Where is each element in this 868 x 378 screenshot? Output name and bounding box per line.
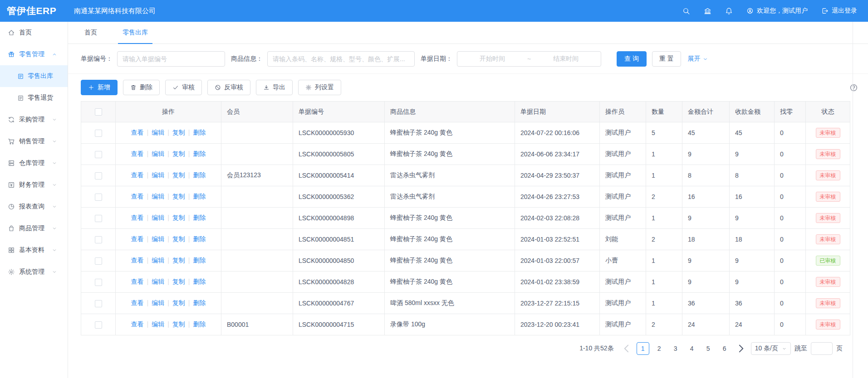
- action-delete-link[interactable]: 删除: [193, 150, 206, 157]
- action-delete-link[interactable]: 删除: [193, 257, 206, 264]
- action-copy-link[interactable]: 复制: [172, 150, 185, 157]
- action-view-link[interactable]: 查看: [131, 257, 144, 264]
- action-view-link[interactable]: 查看: [131, 235, 144, 242]
- action-view-link[interactable]: 查看: [131, 171, 144, 179]
- amount-cell: 36: [682, 293, 730, 314]
- action-delete-link[interactable]: 删除: [193, 171, 206, 179]
- chevron-up-icon: [52, 52, 57, 57]
- jump-page-input[interactable]: [811, 342, 833, 355]
- action-edit-link[interactable]: 编辑: [152, 299, 164, 306]
- action-copy-link[interactable]: 复制: [172, 278, 185, 285]
- pagination-next[interactable]: [735, 342, 747, 355]
- action-copy-link[interactable]: 复制: [172, 299, 185, 306]
- columns-button[interactable]: 列设置: [298, 80, 341, 95]
- sidebar-item-home[interactable]: 首页: [0, 22, 68, 44]
- row-checkbox[interactable]: [95, 257, 102, 265]
- action-edit-link[interactable]: 编辑: [152, 129, 164, 136]
- action-view-link[interactable]: 查看: [131, 150, 144, 157]
- action-edit-link[interactable]: 编辑: [152, 171, 164, 179]
- action-copy-link[interactable]: 复制: [172, 171, 185, 179]
- row-checkbox[interactable]: [95, 236, 102, 243]
- action-view-link[interactable]: 查看: [131, 320, 144, 328]
- logout-button[interactable]: 退出登录: [821, 7, 857, 15]
- question-circle-icon[interactable]: [849, 83, 858, 92]
- sidebar-item-basic[interactable]: 基本资料: [0, 239, 68, 261]
- action-view-link[interactable]: 查看: [131, 278, 144, 285]
- pagination-page-1[interactable]: 1: [637, 342, 649, 355]
- action-delete-link[interactable]: 删除: [193, 129, 206, 136]
- action-copy-link[interactable]: 复制: [172, 129, 185, 136]
- main-area: 首页零售出库 单据编号： 商品信息： 单据日期： 开始时间 ~ 结束时间 查 询…: [68, 22, 868, 378]
- audit-button[interactable]: 审核: [165, 80, 202, 95]
- sidebar-item-warehouse[interactable]: 仓库管理: [0, 152, 68, 174]
- pagination-prev[interactable]: [620, 342, 633, 355]
- unaudit-button[interactable]: 反审核: [207, 80, 250, 95]
- action-copy-link[interactable]: 复制: [172, 257, 185, 264]
- action-edit-link[interactable]: 编辑: [152, 257, 164, 264]
- action-delete-link[interactable]: 删除: [193, 299, 206, 306]
- bank-icon[interactable]: [704, 7, 711, 15]
- pagination-page-2[interactable]: 2: [653, 342, 666, 355]
- tab-retail-out[interactable]: 零售出库: [118, 22, 152, 44]
- row-checkbox[interactable]: [95, 215, 102, 222]
- sidebar-subitem-retail-out[interactable]: 零售出库: [0, 65, 68, 87]
- action-edit-link[interactable]: 编辑: [152, 235, 164, 242]
- select-all-checkbox[interactable]: [95, 108, 102, 116]
- action-edit-link[interactable]: 编辑: [152, 320, 164, 328]
- date-range-picker[interactable]: 开始时间 ~ 结束时间: [457, 51, 601, 67]
- action-edit-link[interactable]: 编辑: [152, 150, 164, 157]
- action-delete-link[interactable]: 删除: [193, 235, 206, 242]
- pagination-page-3[interactable]: 3: [669, 342, 682, 355]
- action-copy-link[interactable]: 复制: [172, 320, 185, 328]
- action-edit-link[interactable]: 编辑: [152, 278, 164, 285]
- row-checkbox[interactable]: [95, 151, 102, 158]
- sidebar-item-retail[interactable]: 零售管理: [0, 44, 68, 65]
- sidebar-item-system[interactable]: 系统管理: [0, 261, 68, 283]
- action-edit-link[interactable]: 编辑: [152, 193, 164, 200]
- bill-no-cell: LSCK00000004898: [293, 208, 385, 229]
- row-checkbox[interactable]: [95, 194, 102, 201]
- sidebar-item-sales[interactable]: 销售管理: [0, 131, 68, 152]
- delete-button[interactable]: 删除: [123, 80, 160, 95]
- search-button[interactable]: 查 询: [617, 51, 647, 67]
- reset-button[interactable]: 重 置: [652, 51, 681, 67]
- product-info-input[interactable]: [267, 51, 415, 67]
- export-button[interactable]: 导出: [256, 80, 293, 95]
- sidebar-item-finance[interactable]: 财务管理: [0, 174, 68, 196]
- action-view-link[interactable]: 查看: [131, 193, 144, 200]
- row-checkbox-cell: [81, 122, 116, 144]
- sidebar-item-goods[interactable]: 商品管理: [0, 218, 68, 239]
- row-checkbox[interactable]: [95, 300, 102, 307]
- action-delete-link[interactable]: 删除: [193, 193, 206, 200]
- sidebar-item-report[interactable]: 报表查询: [0, 196, 68, 218]
- pagination-page-5[interactable]: 5: [702, 342, 715, 355]
- sidebar-subitem-retail-return[interactable]: 零售退货: [0, 87, 68, 109]
- add-button[interactable]: 新增: [81, 80, 118, 95]
- bill-no-input[interactable]: [117, 51, 225, 67]
- bell-icon[interactable]: [725, 7, 733, 15]
- pagination-total: 1-10 共52条: [579, 344, 613, 353]
- search-icon[interactable]: [682, 7, 690, 15]
- action-delete-link[interactable]: 删除: [193, 320, 206, 328]
- row-checkbox[interactable]: [95, 172, 102, 179]
- tab-home[interactable]: 首页: [80, 22, 102, 44]
- expand-link[interactable]: 展开: [688, 55, 708, 63]
- action-copy-link[interactable]: 复制: [172, 235, 185, 242]
- row-checkbox[interactable]: [95, 130, 102, 137]
- pagination-page-4[interactable]: 4: [686, 342, 698, 355]
- row-checkbox[interactable]: [95, 321, 102, 329]
- row-checkbox[interactable]: [95, 279, 102, 286]
- action-delete-link[interactable]: 删除: [193, 214, 206, 221]
- action-separator: |: [167, 278, 169, 285]
- action-view-link[interactable]: 查看: [131, 214, 144, 221]
- pagination-page-6[interactable]: 6: [718, 342, 731, 355]
- action-view-link[interactable]: 查看: [131, 299, 144, 306]
- action-copy-link[interactable]: 复制: [172, 193, 185, 200]
- action-edit-link[interactable]: 编辑: [152, 214, 164, 221]
- action-delete-link[interactable]: 删除: [193, 278, 206, 285]
- welcome-user[interactable]: 欢迎您，测试用户: [746, 7, 808, 15]
- action-view-link[interactable]: 查看: [131, 129, 144, 136]
- action-copy-link[interactable]: 复制: [172, 214, 185, 221]
- page-size-select[interactable]: 10 条/页: [751, 342, 791, 355]
- sidebar-item-purchase[interactable]: 采购管理: [0, 109, 68, 131]
